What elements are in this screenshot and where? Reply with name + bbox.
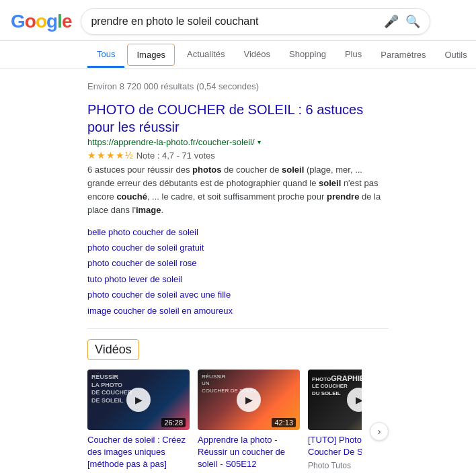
sub-link-3[interactable]: tuto photo lever de soleil — [87, 271, 389, 287]
search-bar[interactable]: 🎤 🔍 — [81, 8, 430, 35]
video-title-2[interactable]: [TUTO] Photographier Le Coucher De Solei… — [308, 434, 362, 458]
sub-links: belle photo coucher de soleil photo couc… — [87, 224, 389, 318]
tab-actualites[interactable]: Actualités — [177, 42, 234, 68]
video-duration-0: 26:28 — [161, 418, 186, 427]
result-title[interactable]: PHOTO de COUCHER de SOLEIL : 6 astuces p… — [87, 102, 363, 134]
tab-tous[interactable]: Tous — [87, 42, 124, 68]
sub-link-2[interactable]: photo coucher de soleil rose — [87, 255, 389, 271]
video-card-0[interactable]: RÉUSSIRLA PHOTODE COUCHERDE SOLEIL ▶ 26:… — [87, 370, 190, 473]
tab-plus[interactable]: Plus — [335, 42, 371, 68]
sub-link-4[interactable]: photo coucher de soleil avec une fille — [87, 287, 389, 302]
sub-link-0[interactable]: belle photo coucher de soleil — [87, 224, 389, 240]
video-duration-1: 42:13 — [272, 418, 296, 427]
star-rating: ★★★★½ Note : 4,7 - 71 votes — [87, 150, 389, 161]
video-card-1[interactable]: Réussiruncoucher de soleil ▶ 42:13 Appre… — [198, 370, 300, 473]
play-button-0[interactable]: ▶ — [126, 388, 151, 412]
search-icons: 🎤 🔍 — [384, 14, 420, 29]
header: Google 🎤 🔍 — [0, 0, 476, 41]
mic-icon[interactable]: 🎤 — [384, 14, 399, 29]
video-thumb-0: RÉUSSIRLA PHOTODE COUCHERDE SOLEIL ▶ 26:… — [87, 370, 190, 430]
sub-link-5[interactable]: image coucher de soleil en amoureux — [87, 303, 389, 318]
next-button[interactable]: › — [370, 422, 389, 441]
tab-outils[interactable]: Outils — [435, 43, 476, 67]
results-info: Environ 8 720 000 résultats (0,54 second… — [87, 81, 389, 91]
tab-parametres[interactable]: Paramètres — [371, 43, 435, 67]
stars-display: ★★★★½ — [87, 150, 134, 161]
play-button-2[interactable]: ▶ — [347, 388, 362, 412]
tab-images[interactable]: Images — [127, 44, 175, 66]
tab-shopping[interactable]: Shopping — [280, 42, 335, 68]
video-title-0[interactable]: Coucher de soleil : Créez des images uni… — [87, 434, 190, 471]
sub-link-1[interactable]: photo coucher de soleil gratuit — [87, 240, 389, 255]
videos-container: RÉUSSIRLA PHOTODE COUCHERDE SOLEIL ▶ 26:… — [87, 370, 389, 473]
play-button-1[interactable]: ▶ — [237, 388, 261, 412]
videos-section: Vidéos RÉUSSIRLA PHOTODE COUCHERDE SOLEI… — [87, 339, 389, 473]
video-cards: RÉUSSIRLA PHOTODE COUCHERDE SOLEIL ▶ 26:… — [87, 370, 362, 473]
video-card-2[interactable]: PHOTOGRAPHIERLE COUCHERDU SOLEIL ▶ 4:02 … — [308, 370, 362, 473]
nav-tabs: Tous Images Actualités Vidéos Shopping P… — [0, 41, 476, 69]
result-url: https://apprendre-la-photo.fr/coucher-so… — [87, 137, 389, 147]
search-input[interactable] — [91, 15, 379, 28]
google-logo: Google — [11, 11, 71, 32]
main-content: Environ 8 720 000 résultats (0,54 second… — [0, 69, 476, 473]
search-icon[interactable]: 🔍 — [405, 14, 420, 29]
video-thumb-2: PHOTOGRAPHIERLE COUCHERDU SOLEIL ▶ 4:02 — [308, 370, 362, 430]
top-result: PHOTO de COUCHER de SOLEIL : 6 astuces p… — [87, 101, 389, 329]
video-title-1[interactable]: Apprendre la photo - Réussir un coucher … — [198, 434, 300, 471]
result-snippet: 6 astuces pour réussir des photos de cou… — [87, 163, 389, 218]
tab-videos[interactable]: Vidéos — [234, 42, 280, 68]
videos-header: Vidéos — [87, 339, 139, 360]
dropdown-arrow-icon: ▾ — [257, 138, 261, 146]
video-thumb-1: Réussiruncoucher de soleil ▶ 42:13 — [198, 370, 300, 430]
rating-text: Note : 4,7 - 71 votes — [136, 150, 215, 161]
video-channel-2: Photo Tutos — [308, 461, 362, 470]
